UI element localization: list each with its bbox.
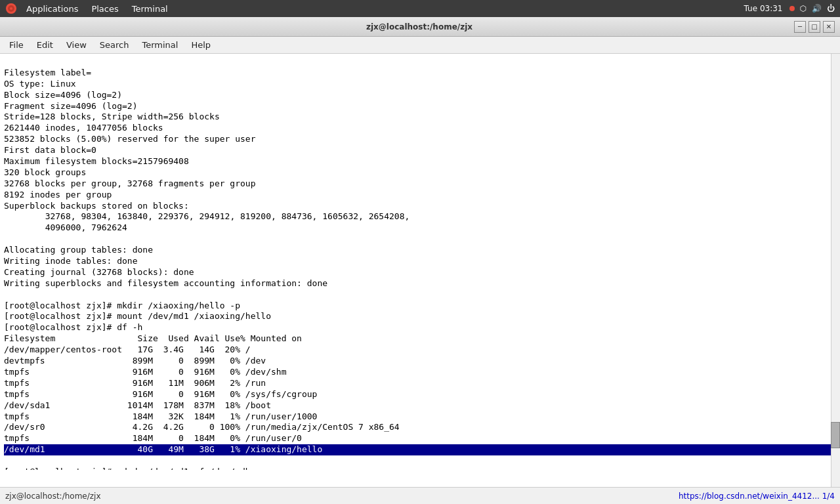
status-right: https://blog.csdn.net/weixin_4412... 1/4	[679, 492, 835, 501]
terminal-last-line: [root@localhost zjx]# mdadm /dev/md1 -f …	[4, 467, 251, 470]
menu-bar: File Edit View Search Terminal Help	[0, 37, 840, 54]
title-bar: zjx@localhost:/home/zjx ─ □ ✕	[0, 17, 840, 37]
system-bar-left: Applications Places Terminal	[5, 3, 173, 15]
terminal-menu[interactable]: Terminal	[127, 3, 173, 15]
terminal-content[interactable]: Filesystem label= OS type: Linux Block s…	[0, 54, 840, 487]
menu-search[interactable]: Search	[93, 38, 136, 52]
recording-indicator	[789, 6, 795, 11]
audio-icon: 🔊	[812, 4, 822, 13]
system-bar-right: Tue 03:31 ⬡ 🔊 ⏻	[744, 4, 835, 13]
maximize-button[interactable]: □	[808, 21, 820, 33]
window-title: zjx@localhost:/home/zjx	[45, 22, 794, 32]
system-bar: Applications Places Terminal Tue 03:31 ⬡…	[0, 0, 840, 17]
close-button[interactable]: ✕	[823, 21, 835, 33]
power-icon: ⏻	[827, 4, 835, 13]
menu-edit[interactable]: Edit	[30, 38, 60, 52]
gnome-icon	[5, 3, 17, 14]
datetime: Tue 03:31	[744, 4, 783, 13]
minimize-button[interactable]: ─	[794, 21, 806, 33]
terminal-window: zjx@localhost:/home/zjx ─ □ ✕ File Edit …	[0, 17, 840, 504]
places-menu[interactable]: Places	[86, 3, 123, 15]
menu-file[interactable]: File	[3, 38, 30, 52]
applications-menu[interactable]: Applications	[21, 3, 83, 15]
network-icon: ⬡	[800, 4, 807, 13]
terminal-output[interactable]: Filesystem label= OS type: Linux Block s…	[0, 54, 840, 470]
terminal-text-block: Filesystem label= OS type: Linux Block s…	[4, 68, 410, 443]
svg-point-2	[10, 7, 12, 10]
status-bar: zjx@localhost:/home/zjx https://blog.csd…	[0, 487, 840, 504]
highlighted-line: /dev/md1 40G 49M 38G 1% /xiaoxing/hello	[4, 444, 836, 455]
scrollbar[interactable]	[831, 54, 840, 487]
menu-terminal[interactable]: Terminal	[135, 38, 184, 52]
menu-view[interactable]: View	[60, 38, 93, 52]
menu-help[interactable]: Help	[184, 38, 217, 52]
scrollbar-thumb[interactable]	[831, 422, 840, 448]
window-controls: ─ □ ✕	[794, 21, 835, 33]
status-left: zjx@localhost:/home/zjx	[5, 492, 100, 501]
